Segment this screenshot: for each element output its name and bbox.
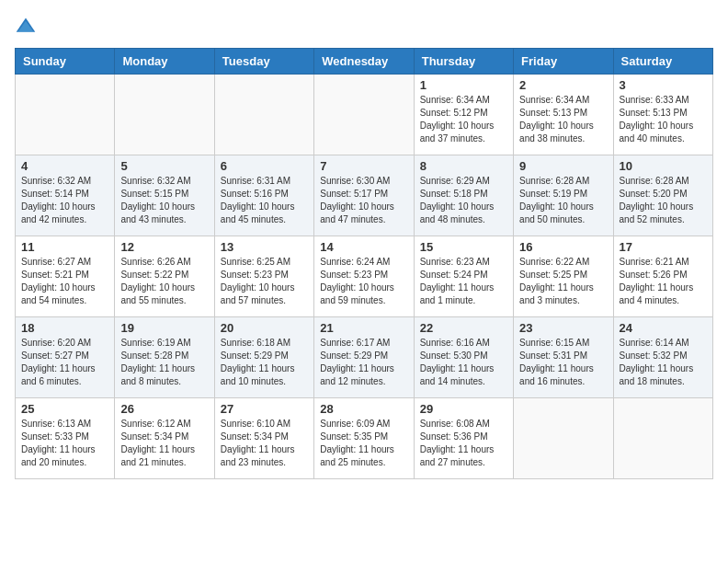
day-info: Sunrise: 6:14 AM Sunset: 5:32 PM Dayligh… xyxy=(620,337,707,388)
day-number: 14 xyxy=(320,240,407,254)
col-header-wednesday: Wednesday xyxy=(314,49,414,75)
day-info: Sunrise: 6:08 AM Sunset: 5:36 PM Dayligh… xyxy=(420,418,507,469)
day-info: Sunrise: 6:20 AM Sunset: 5:27 PM Dayligh… xyxy=(21,337,108,388)
day-number: 24 xyxy=(620,321,707,335)
calendar-cell: 7Sunrise: 6:30 AM Sunset: 5:17 PM Daylig… xyxy=(314,155,414,236)
day-info: Sunrise: 6:13 AM Sunset: 5:33 PM Dayligh… xyxy=(21,418,108,469)
calendar-cell: 17Sunrise: 6:21 AM Sunset: 5:26 PM Dayli… xyxy=(613,236,712,317)
calendar-cell: 21Sunrise: 6:17 AM Sunset: 5:29 PM Dayli… xyxy=(314,317,414,398)
calendar-cell: 9Sunrise: 6:28 AM Sunset: 5:19 PM Daylig… xyxy=(514,155,613,236)
day-number: 22 xyxy=(420,321,507,335)
day-info: Sunrise: 6:34 AM Sunset: 5:12 PM Dayligh… xyxy=(420,94,507,145)
calendar-cell: 19Sunrise: 6:19 AM Sunset: 5:28 PM Dayli… xyxy=(115,317,214,398)
calendar-table: SundayMondayTuesdayWednesdayThursdayFrid… xyxy=(15,48,713,479)
day-info: Sunrise: 6:32 AM Sunset: 5:15 PM Dayligh… xyxy=(120,175,208,226)
day-number: 19 xyxy=(120,321,208,335)
calendar-cell: 13Sunrise: 6:25 AM Sunset: 5:23 PM Dayli… xyxy=(214,236,313,317)
page-header xyxy=(15,15,713,37)
col-header-saturday: Saturday xyxy=(613,49,712,75)
calendar-cell: 25Sunrise: 6:13 AM Sunset: 5:33 PM Dayli… xyxy=(16,398,115,479)
calendar-cell xyxy=(115,75,214,155)
calendar-cell: 5Sunrise: 6:32 AM Sunset: 5:15 PM Daylig… xyxy=(115,155,214,236)
day-number: 6 xyxy=(221,159,308,173)
day-info: Sunrise: 6:16 AM Sunset: 5:30 PM Dayligh… xyxy=(420,337,507,388)
day-number: 9 xyxy=(519,159,607,173)
day-info: Sunrise: 6:26 AM Sunset: 5:22 PM Dayligh… xyxy=(120,256,208,307)
day-info: Sunrise: 6:30 AM Sunset: 5:17 PM Dayligh… xyxy=(320,175,407,226)
calendar-cell: 10Sunrise: 6:28 AM Sunset: 5:20 PM Dayli… xyxy=(613,155,712,236)
day-info: Sunrise: 6:22 AM Sunset: 5:25 PM Dayligh… xyxy=(519,256,607,307)
day-info: Sunrise: 6:10 AM Sunset: 5:34 PM Dayligh… xyxy=(221,418,308,469)
day-number: 21 xyxy=(320,321,407,335)
day-number: 16 xyxy=(519,240,607,254)
day-number: 12 xyxy=(120,240,208,254)
calendar-cell: 18Sunrise: 6:20 AM Sunset: 5:27 PM Dayli… xyxy=(16,317,115,398)
calendar-cell: 16Sunrise: 6:22 AM Sunset: 5:25 PM Dayli… xyxy=(514,236,613,317)
day-number: 27 xyxy=(221,402,308,416)
day-number: 7 xyxy=(320,159,407,173)
day-info: Sunrise: 6:12 AM Sunset: 5:34 PM Dayligh… xyxy=(120,418,208,469)
day-info: Sunrise: 6:27 AM Sunset: 5:21 PM Dayligh… xyxy=(21,256,108,307)
day-info: Sunrise: 6:09 AM Sunset: 5:35 PM Dayligh… xyxy=(320,418,407,469)
calendar-cell: 23Sunrise: 6:15 AM Sunset: 5:31 PM Dayli… xyxy=(514,317,613,398)
day-info: Sunrise: 6:33 AM Sunset: 5:13 PM Dayligh… xyxy=(620,94,707,145)
day-number: 25 xyxy=(21,402,108,416)
day-info: Sunrise: 6:28 AM Sunset: 5:20 PM Dayligh… xyxy=(620,175,707,226)
calendar-cell: 11Sunrise: 6:27 AM Sunset: 5:21 PM Dayli… xyxy=(16,236,115,317)
day-info: Sunrise: 6:32 AM Sunset: 5:14 PM Dayligh… xyxy=(21,175,108,226)
day-number: 15 xyxy=(420,240,507,254)
day-number: 8 xyxy=(420,159,507,173)
day-number: 18 xyxy=(21,321,108,335)
day-number: 13 xyxy=(221,240,308,254)
calendar-week-3: 11Sunrise: 6:27 AM Sunset: 5:21 PM Dayli… xyxy=(16,236,713,317)
calendar-cell: 3Sunrise: 6:33 AM Sunset: 5:13 PM Daylig… xyxy=(613,75,712,155)
logo-icon xyxy=(15,15,37,37)
calendar-cell xyxy=(214,75,313,155)
calendar-week-4: 18Sunrise: 6:20 AM Sunset: 5:27 PM Dayli… xyxy=(16,317,713,398)
day-number: 26 xyxy=(120,402,208,416)
calendar-cell: 26Sunrise: 6:12 AM Sunset: 5:34 PM Dayli… xyxy=(115,398,214,479)
calendar-cell xyxy=(16,75,115,155)
calendar-cell xyxy=(314,75,414,155)
calendar-cell xyxy=(613,398,712,479)
day-number: 29 xyxy=(420,402,507,416)
col-header-tuesday: Tuesday xyxy=(214,49,313,75)
day-info: Sunrise: 6:28 AM Sunset: 5:19 PM Dayligh… xyxy=(519,175,607,226)
day-info: Sunrise: 6:21 AM Sunset: 5:26 PM Dayligh… xyxy=(620,256,707,307)
day-info: Sunrise: 6:34 AM Sunset: 5:13 PM Dayligh… xyxy=(519,94,607,145)
day-info: Sunrise: 6:31 AM Sunset: 5:16 PM Dayligh… xyxy=(221,175,308,226)
calendar-cell: 20Sunrise: 6:18 AM Sunset: 5:29 PM Dayli… xyxy=(214,317,313,398)
day-number: 28 xyxy=(320,402,407,416)
day-number: 1 xyxy=(420,78,507,92)
day-info: Sunrise: 6:18 AM Sunset: 5:29 PM Dayligh… xyxy=(221,337,308,388)
calendar-cell: 2Sunrise: 6:34 AM Sunset: 5:13 PM Daylig… xyxy=(514,75,613,155)
col-header-sunday: Sunday xyxy=(16,49,115,75)
calendar-header-row: SundayMondayTuesdayWednesdayThursdayFrid… xyxy=(16,49,713,75)
day-info: Sunrise: 6:17 AM Sunset: 5:29 PM Dayligh… xyxy=(320,337,407,388)
calendar-week-5: 25Sunrise: 6:13 AM Sunset: 5:33 PM Dayli… xyxy=(16,398,713,479)
day-number: 20 xyxy=(221,321,308,335)
day-info: Sunrise: 6:24 AM Sunset: 5:23 PM Dayligh… xyxy=(320,256,407,307)
calendar-cell: 22Sunrise: 6:16 AM Sunset: 5:30 PM Dayli… xyxy=(414,317,513,398)
calendar-cell: 28Sunrise: 6:09 AM Sunset: 5:35 PM Dayli… xyxy=(314,398,414,479)
calendar-cell: 8Sunrise: 6:29 AM Sunset: 5:18 PM Daylig… xyxy=(414,155,513,236)
col-header-monday: Monday xyxy=(115,49,214,75)
calendar-cell: 6Sunrise: 6:31 AM Sunset: 5:16 PM Daylig… xyxy=(214,155,313,236)
calendar-cell: 27Sunrise: 6:10 AM Sunset: 5:34 PM Dayli… xyxy=(214,398,313,479)
day-info: Sunrise: 6:23 AM Sunset: 5:24 PM Dayligh… xyxy=(420,256,507,307)
day-info: Sunrise: 6:15 AM Sunset: 5:31 PM Dayligh… xyxy=(519,337,607,388)
day-info: Sunrise: 6:19 AM Sunset: 5:28 PM Dayligh… xyxy=(120,337,208,388)
day-number: 17 xyxy=(620,240,707,254)
logo xyxy=(15,15,40,37)
calendar-cell: 24Sunrise: 6:14 AM Sunset: 5:32 PM Dayli… xyxy=(613,317,712,398)
day-info: Sunrise: 6:29 AM Sunset: 5:18 PM Dayligh… xyxy=(420,175,507,226)
day-info: Sunrise: 6:25 AM Sunset: 5:23 PM Dayligh… xyxy=(221,256,308,307)
day-number: 5 xyxy=(120,159,208,173)
day-number: 2 xyxy=(519,78,607,92)
calendar-cell: 15Sunrise: 6:23 AM Sunset: 5:24 PM Dayli… xyxy=(414,236,513,317)
calendar-cell: 29Sunrise: 6:08 AM Sunset: 5:36 PM Dayli… xyxy=(414,398,513,479)
day-number: 11 xyxy=(21,240,108,254)
calendar-cell xyxy=(514,398,613,479)
col-header-friday: Friday xyxy=(514,49,613,75)
day-number: 23 xyxy=(519,321,607,335)
